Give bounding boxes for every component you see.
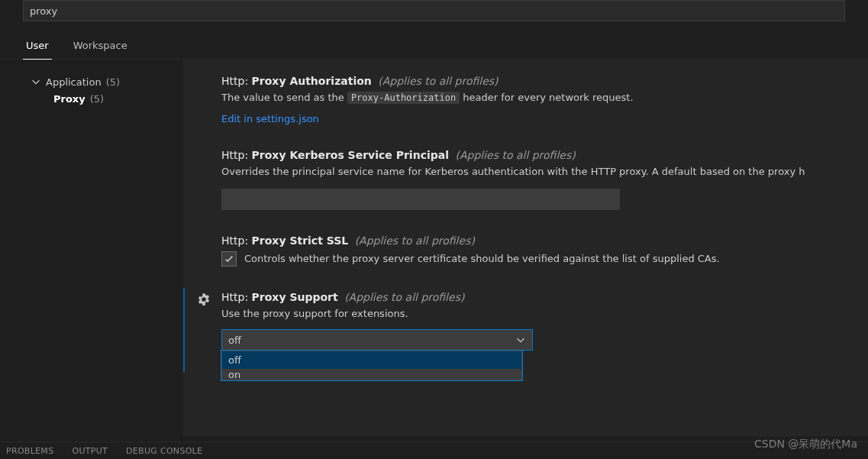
- panel-tab-debug-console[interactable]: DEBUG CONSOLE: [126, 446, 202, 456]
- setting-title: Http: Proxy Support (Applies to all prof…: [221, 291, 847, 303]
- gear-icon[interactable]: [197, 293, 211, 306]
- chevron-down-icon: [515, 335, 526, 345]
- setting-name: Proxy Strict SSL: [252, 234, 349, 247]
- setting-description: Controls whether the proxy server certif…: [244, 251, 720, 267]
- check-icon: [224, 254, 234, 264]
- edit-in-settings-json-link[interactable]: Edit in settings.json: [221, 113, 319, 124]
- tab-user[interactable]: User: [23, 35, 52, 59]
- panel-tab-output[interactable]: OUTPUT: [72, 446, 108, 456]
- setting-scope-note: (Applies to all profiles): [344, 291, 464, 303]
- setting-name: Proxy Kerberos Service Principal: [252, 149, 449, 161]
- dropdown-option-on[interactable]: on: [222, 369, 521, 380]
- tree-group-application[interactable]: Application (5): [31, 73, 176, 90]
- setting-prefix: Http:: [221, 234, 248, 247]
- settings-list: Http: Proxy Authorization (Applies to al…: [183, 60, 868, 436]
- scope-tabs: User Workspace: [0, 21, 868, 60]
- tree-item-count: (5): [90, 93, 104, 105]
- proxy-support-select[interactable]: off off on: [221, 329, 533, 351]
- setting-title: Http: Proxy Strict SSL (Applies to all p…: [221, 234, 847, 247]
- setting-proxy-strict-ssl: Http: Proxy Strict SSL (Applies to all p…: [183, 231, 868, 288]
- setting-prefix: Http:: [221, 149, 248, 161]
- setting-description: Overrides the principal service name for…: [221, 164, 847, 179]
- tree-group-label: Application: [46, 76, 102, 88]
- setting-prefix: Http:: [221, 75, 248, 87]
- tree-item-label: Proxy: [53, 93, 86, 105]
- setting-description: The value to send as the Proxy-Authoriza…: [221, 90, 847, 105]
- setting-title: Http: Proxy Authorization (Applies to al…: [221, 75, 847, 87]
- setting-proxy-authorization: Http: Proxy Authorization (Applies to al…: [183, 72, 868, 146]
- strict-ssl-checkbox[interactable]: [221, 251, 237, 267]
- tree-group-count: (5): [106, 76, 120, 88]
- setting-proxy-support: Http: Proxy Support (Applies to all prof…: [183, 288, 868, 372]
- settings-tree: Application (5) Proxy (5): [0, 60, 183, 436]
- chevron-down-icon: [31, 76, 41, 87]
- panel-tab-problems[interactable]: PROBLEMS: [6, 446, 53, 456]
- setting-description: Use the proxy support for extensions.: [221, 306, 847, 322]
- dropdown-option-off[interactable]: off: [222, 351, 521, 369]
- tree-item-proxy[interactable]: Proxy (5): [31, 90, 176, 107]
- setting-name: Proxy Authorization: [252, 75, 372, 87]
- settings-search-input[interactable]: proxy: [23, 0, 845, 21]
- setting-prefix: Http:: [221, 291, 248, 303]
- setting-scope-note: (Applies to all profiles): [455, 149, 575, 161]
- setting-proxy-kerberos: Http: Proxy Kerberos Service Principal (…: [183, 146, 868, 231]
- tab-workspace[interactable]: Workspace: [70, 35, 131, 59]
- kerberos-principal-input[interactable]: [221, 189, 620, 210]
- search-value: proxy: [30, 5, 57, 17]
- setting-title: Http: Proxy Kerberos Service Principal (…: [221, 149, 847, 161]
- setting-scope-note: (Applies to all profiles): [378, 75, 498, 87]
- inline-code: Proxy-Authorization: [347, 92, 460, 104]
- setting-scope-note: (Applies to all profiles): [355, 234, 475, 247]
- select-value: off: [228, 335, 241, 346]
- setting-name: Proxy Support: [252, 291, 338, 303]
- panel-tabs: PROBLEMS OUTPUT DEBUG CONSOLE: [0, 441, 868, 459]
- proxy-support-dropdown: off on: [221, 351, 522, 380]
